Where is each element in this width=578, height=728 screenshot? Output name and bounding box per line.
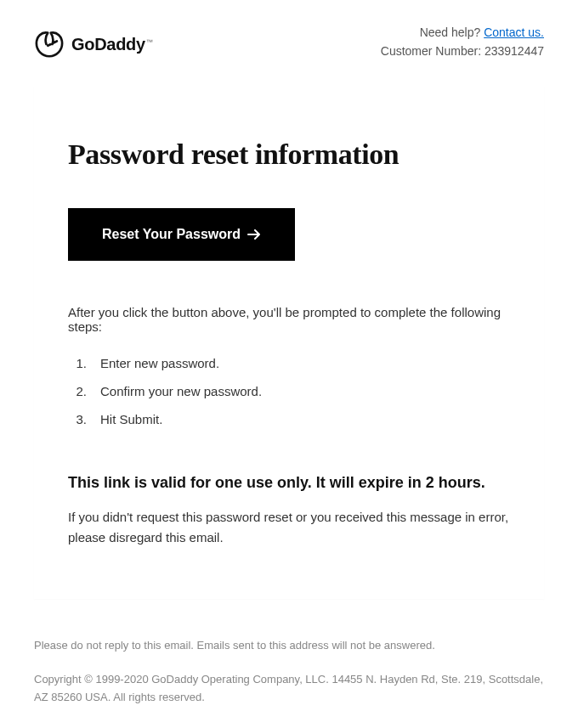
email-body-card: Password reset information Reset Your Pa…	[34, 86, 544, 599]
disclaimer-text: If you didn't request this password rese…	[68, 507, 510, 548]
reset-password-button[interactable]: Reset Your Password	[68, 208, 295, 261]
header-support: Need help? Contact us. Customer Number: …	[381, 24, 544, 60]
list-item: 2. Confirm your new password.	[68, 377, 510, 405]
email-footer: Please do not reply to this email. Email…	[34, 636, 544, 706]
validity-heading: This link is valid for one use only. It …	[68, 474, 510, 492]
step-text: Confirm your new password.	[100, 384, 262, 398]
step-text: Hit Submit.	[100, 412, 162, 426]
step-number: 1.	[68, 356, 87, 370]
step-number: 3.	[68, 412, 87, 426]
reset-button-label: Reset Your Password	[102, 227, 241, 242]
copyright-notice: Copyright © 1999-2020 GoDaddy Operating …	[34, 670, 544, 707]
list-item: 1. Enter new password.	[68, 349, 510, 377]
no-reply-notice: Please do not reply to this email. Email…	[34, 636, 544, 654]
help-prefix: Need help?	[420, 25, 484, 39]
step-number: 2.	[68, 384, 87, 398]
brand-name: GoDaddy™	[71, 35, 153, 54]
contact-link[interactable]: Contact us.	[484, 25, 544, 39]
page-title: Password reset information	[68, 138, 510, 171]
brand-logo: GoDaddy™	[34, 24, 153, 58]
email-header: GoDaddy™ Need help? Contact us. Customer…	[0, 0, 578, 76]
steps-list: 1. Enter new password. 2. Confirm your n…	[68, 349, 510, 433]
godaddy-logo-icon	[34, 31, 65, 58]
step-text: Enter new password.	[100, 356, 219, 370]
list-item: 3. Hit Submit.	[68, 405, 510, 433]
arrow-right-icon	[247, 229, 261, 240]
intro-text: After you click the button above, you'll…	[68, 305, 510, 334]
customer-number: Customer Number: 233912447	[381, 42, 544, 61]
